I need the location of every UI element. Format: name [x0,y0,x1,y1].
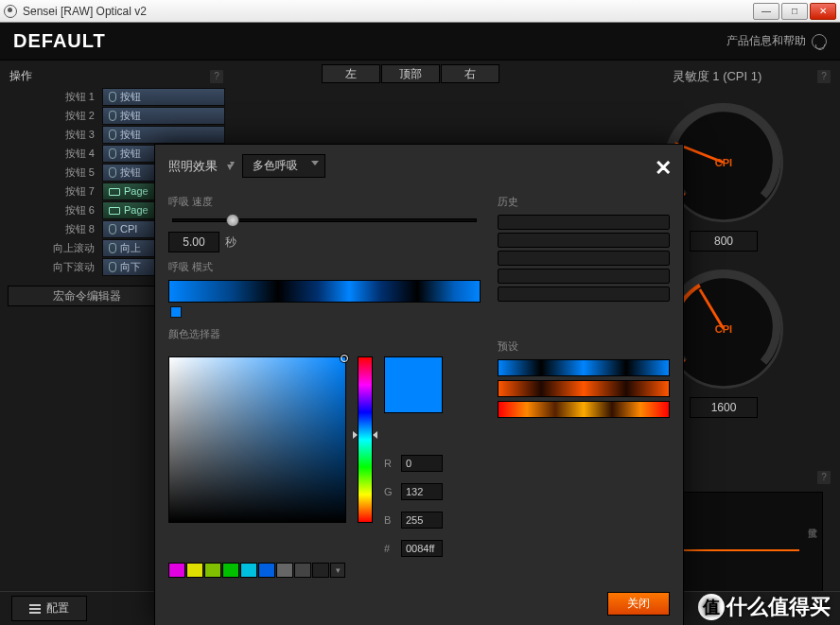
mouse-icon [109,167,116,178]
minimize-button[interactable]: ― [753,3,779,20]
headset-icon [812,34,827,49]
cpi1-input[interactable] [690,231,758,252]
watermark: 值 什么值得买 [698,593,831,621]
swatch[interactable] [258,563,275,578]
history-slot[interactable] [498,269,670,284]
titlebar: Sensei [RAW] Optical v2 ― □ ✕ [0,0,840,23]
hue-slider[interactable] [358,356,373,523]
button-label: 按钮 8 [8,220,102,238]
mouse-icon [109,130,116,140]
mouse-icon [109,111,116,121]
button-assignment[interactable]: 按钮 [102,107,225,125]
product-info-link[interactable]: 产品信息和帮助 [726,33,827,49]
swatch[interactable] [312,563,329,578]
button-label: 向下滚动 [8,258,102,276]
pattern-label: 呼吸 模式 [168,260,481,274]
maximize-button[interactable]: □ [781,3,808,20]
swatch-more-icon[interactable]: ▾ [330,563,345,578]
speed-label: 呼吸 速度 [168,195,481,209]
history-label: 历史 [498,195,670,209]
help-icon[interactable]: ? [210,70,223,83]
mouse-icon [109,243,116,253]
cpi-label: CPI [715,157,732,168]
pattern-gradient[interactable] [168,280,481,303]
history-slot[interactable] [498,286,670,302]
modal-title: 照明效果 [168,158,218,175]
mouse-icon [109,224,116,234]
button-label: 按钮 7 [8,182,102,200]
button-label: 按钮 1 [8,88,102,106]
r-input[interactable] [401,455,443,472]
slider-thumb[interactable] [226,214,239,227]
window-title: Sensei [RAW] Optical v2 [23,5,753,18]
history-slot[interactable] [498,233,670,248]
menu-icon [29,608,41,610]
button-assignment[interactable]: 按钮 [102,126,225,144]
keyboard-icon [109,188,120,196]
header: DEFAULT 产品信息和帮助 [0,23,840,61]
button-label: 按钮 4 [8,145,102,163]
help-icon[interactable]: ? [817,471,831,484]
swatch[interactable] [222,563,239,578]
preset-orange[interactable] [498,380,670,397]
preset-fire[interactable] [498,401,670,418]
button-label: 按钮 3 [8,126,102,144]
color-preview [384,356,443,413]
button-assignment[interactable]: 按钮 [102,88,225,106]
pattern-handle[interactable] [170,306,182,318]
cpi2-input[interactable] [690,397,758,418]
history-slot[interactable] [498,215,670,230]
effect-mode-dropdown[interactable]: 多色呼吸 [242,154,325,178]
preset-blue[interactable] [498,359,670,376]
swatch[interactable] [168,563,185,578]
cpi-label: CPI [715,323,732,335]
help-icon[interactable]: ? [817,70,831,83]
app-icon [4,5,17,18]
modal-close-x[interactable]: ✕ [655,156,672,181]
swatch[interactable] [276,563,293,578]
b-input[interactable] [401,512,443,529]
swatch[interactable] [240,563,257,578]
tab-right[interactable]: 右 [441,64,499,83]
mouse-icon [109,148,116,159]
swatch[interactable] [294,563,311,578]
history-slot[interactable] [498,251,670,266]
window-close-button[interactable]: ✕ [810,3,836,20]
speed-input[interactable] [168,232,219,252]
config-button[interactable]: 配置 [11,596,87,621]
actions-title: 操作 [9,68,32,84]
button-label: 按钮 5 [8,164,102,182]
tab-top[interactable]: 顶部 [381,64,440,83]
close-button[interactable]: 关闭 [607,592,670,616]
mouse-icon [109,262,116,272]
hex-input[interactable] [401,540,443,557]
mouse-icon [109,92,116,102]
button-label: 向上滚动 [8,239,102,257]
speed-slider[interactable] [172,218,477,222]
swatch[interactable] [204,563,221,578]
button-label: 按钮 2 [8,107,102,125]
g-input[interactable] [401,483,443,500]
saturation-value-area[interactable] [168,356,346,523]
button-label: 按钮 6 [8,201,102,219]
macro-editor-button[interactable]: 宏命令编辑器 [8,286,166,306]
speed-unit: 秒 [225,234,236,251]
swatch[interactable] [186,563,203,578]
view-tabs: 左 顶部 右 [322,64,499,83]
picker-label: 颜色选择器 [168,327,481,341]
tab-left[interactable]: 左 [322,64,380,83]
preset-label: 预设 [498,339,670,354]
keyboard-icon [109,207,120,215]
profile-name: DEFAULT [13,30,726,52]
lighting-modal: 照明效果 ▾ 多色呼吸 ✕ 呼吸 速度 秒 呼吸 模式 [154,144,684,625]
color-swatches: ▾ [168,563,481,578]
sv-cursor[interactable] [341,355,348,362]
cpi1-title: 灵敏度 1 (CPI 1) [617,68,817,85]
